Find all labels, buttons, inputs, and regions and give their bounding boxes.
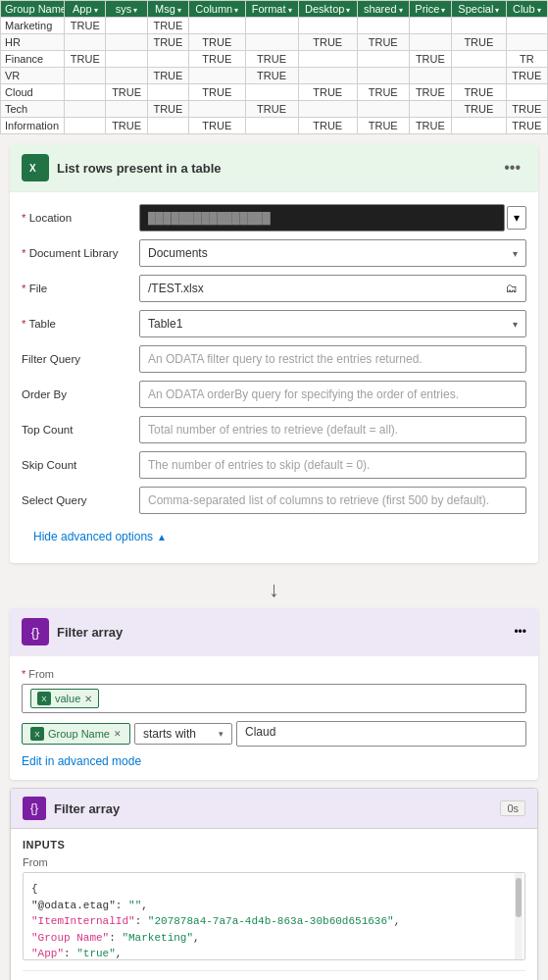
- filter-more-button[interactable]: •••: [514, 625, 526, 639]
- file-label: File: [22, 283, 139, 294]
- condition-tag-remove[interactable]: ✕: [114, 729, 122, 739]
- app-cell: [65, 68, 106, 84]
- list-rows-more-button[interactable]: •••: [498, 157, 526, 179]
- shared-cell: [357, 68, 409, 84]
- table-dropdown[interactable]: Table1 ▾: [139, 310, 526, 337]
- price-cell: [409, 101, 452, 118]
- condition-value-input[interactable]: Claud: [236, 721, 526, 747]
- sys-cell: [106, 18, 147, 34]
- club-cell: TRUE: [506, 118, 547, 134]
- col-header[interactable]: shared▾: [357, 1, 409, 18]
- skip-count-label: Skip Count: [22, 459, 139, 471]
- file-value: /TEST.xlsx: [148, 282, 204, 295]
- top-count-input[interactable]: Total number of entries to retrieve (def…: [139, 416, 526, 443]
- top-count-label: Top Count: [22, 424, 139, 436]
- column-cell: [189, 68, 245, 84]
- condition-value: Claud: [245, 725, 275, 739]
- special-cell: [452, 18, 506, 34]
- condition-row: X Group Name ✕ starts with ▾ Claud: [22, 721, 526, 747]
- arrow-connector: ↓: [10, 571, 538, 608]
- condition-excel-icon: X: [30, 727, 44, 741]
- group-name-cell: Cloud: [1, 84, 65, 101]
- skip-count-input[interactable]: The number of entries to skip (default =…: [139, 451, 526, 479]
- location-dropdown-button[interactable]: ▾: [507, 206, 526, 230]
- order-by-row: Order By An ODATA orderBy query for spec…: [22, 381, 526, 408]
- special-cell: [452, 51, 506, 68]
- excel-tag-icon: X: [37, 692, 51, 705]
- filter-query-row: Filter Query An ODATA filter query to re…: [22, 345, 526, 373]
- location-input[interactable]: ████████████████: [139, 204, 505, 232]
- edit-advanced-mode-link[interactable]: Edit in advanced mode: [22, 754, 526, 768]
- inputs-from-label: From: [23, 856, 525, 868]
- column-cell: TRUE: [189, 34, 245, 51]
- order-by-input[interactable]: An ODATA orderBy query for specifying th…: [139, 381, 526, 408]
- col-header[interactable]: Format▾: [245, 1, 298, 18]
- tag-remove-button[interactable]: ✕: [84, 694, 92, 704]
- desktop-cell: [298, 51, 357, 68]
- column-cell: TRUE: [189, 51, 245, 68]
- col-header[interactable]: Group Name▾: [1, 1, 65, 18]
- desktop-cell: TRUE: [298, 34, 357, 51]
- filter-array-card: {} Filter array ••• From X value ✕ X Gro…: [10, 608, 538, 780]
- col-header[interactable]: Price▾: [409, 1, 452, 18]
- desktop-cell: [298, 18, 357, 34]
- select-query-label: Select Query: [22, 494, 139, 506]
- price-cell: [409, 68, 452, 84]
- file-input[interactable]: /TEST.xlsx 🗂: [139, 275, 526, 302]
- col-header[interactable]: App▾: [65, 1, 106, 18]
- shared-cell: TRUE: [357, 84, 409, 101]
- shared-cell: TRUE: [357, 118, 409, 134]
- col-header[interactable]: Special▾: [452, 1, 506, 18]
- special-cell: TRUE: [452, 84, 506, 101]
- json-line: "ItemInternalId": "207878a4-7a7a-4d4b-86…: [31, 913, 517, 930]
- filter-query-placeholder: An ODATA filter query to restrict the en…: [148, 352, 423, 366]
- col-header[interactable]: Desktop▾: [298, 1, 357, 18]
- json-line: {: [31, 881, 517, 898]
- club-cell: [506, 18, 547, 34]
- filter-icon: {}: [22, 618, 49, 645]
- club-cell: [506, 84, 547, 101]
- col-header[interactable]: Column▾: [189, 1, 245, 18]
- table-row: VRTRUETRUETRUE: [1, 68, 548, 84]
- hide-advanced-button[interactable]: Hide advanced options ▲: [22, 522, 526, 551]
- special-cell: TRUE: [452, 101, 506, 118]
- msg-cell: [147, 51, 188, 68]
- col-header[interactable]: Msg▾: [147, 1, 188, 18]
- special-cell: TRUE: [452, 34, 506, 51]
- column-cell: TRUE: [189, 84, 245, 101]
- price-cell: [409, 18, 452, 34]
- desktop-cell: [298, 101, 357, 118]
- doc-library-dropdown[interactable]: Documents ▾: [139, 239, 526, 267]
- price-cell: TRUE: [409, 84, 452, 101]
- json-line: "Group Name": "Marketing",: [31, 930, 517, 947]
- doc-library-row: Document Library Documents ▾: [22, 239, 526, 267]
- col-header[interactable]: sys▾: [106, 1, 147, 18]
- condition-tag-label: Group Name: [48, 728, 110, 740]
- operator-dropdown[interactable]: starts with ▾: [134, 723, 232, 745]
- select-query-input[interactable]: Comma-separated list of columns to retri…: [139, 487, 526, 514]
- list-rows-title: List rows present in a table: [57, 161, 498, 176]
- inputs-json-box[interactable]: { "@odata.etag": "", "ItemInternalId": "…: [23, 872, 525, 960]
- table-row: HRTRUETRUETRUETRUETRUE: [1, 34, 548, 51]
- sys-cell: TRUE: [106, 118, 147, 134]
- chevron-down-icon: ▾: [513, 248, 518, 259]
- file-row: File /TEST.xlsx 🗂: [22, 275, 526, 302]
- filter-array-body: From X value ✕ X Group Name ✕ starts wit…: [10, 656, 538, 780]
- hide-advanced-label: Hide advanced options: [33, 530, 153, 543]
- filter-array-title: Filter array: [57, 625, 514, 640]
- app-cell: [65, 118, 106, 134]
- app-cell: [65, 34, 106, 51]
- filter-query-input[interactable]: An ODATA filter query to restrict the en…: [139, 345, 526, 373]
- sys-cell: [106, 34, 147, 51]
- table-value: Table1: [148, 317, 182, 331]
- app-cell: [65, 101, 106, 118]
- from-tag-input[interactable]: X value ✕: [22, 684, 526, 713]
- spreadsheet-table: Group Name▾App▾sys▾Msg▾Column▾Format▾Des…: [0, 0, 548, 134]
- group-name-cell: Tech: [1, 101, 65, 118]
- list-rows-header: X List rows present in a table •••: [10, 144, 538, 192]
- filter-query-label: Filter Query: [22, 353, 139, 365]
- msg-cell: TRUE: [147, 68, 188, 84]
- msg-cell: TRUE: [147, 101, 188, 118]
- exec-result-card: {} Filter array 0s INPUTS From { "@odata…: [10, 788, 538, 980]
- col-header[interactable]: Club▾: [506, 1, 547, 18]
